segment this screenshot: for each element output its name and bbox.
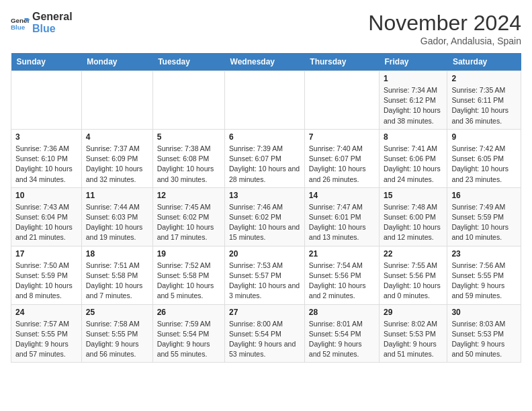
logo-general: General bbox=[32, 11, 73, 23]
day-info: Sunrise: 7:34 AM Sunset: 6:12 PM Dayligh… bbox=[384, 85, 443, 126]
calendar-week-row: 10Sunrise: 7:43 AM Sunset: 6:04 PM Dayli… bbox=[11, 187, 521, 246]
calendar-cell: 30Sunrise: 8:03 AM Sunset: 5:53 PM Dayli… bbox=[447, 304, 521, 363]
day-number: 15 bbox=[384, 191, 443, 200]
day-number: 18 bbox=[86, 249, 148, 259]
day-info: Sunrise: 7:45 AM Sunset: 6:02 PM Dayligh… bbox=[157, 202, 220, 243]
calendar-cell: 8Sunrise: 7:41 AM Sunset: 6:06 PM Daylig… bbox=[380, 129, 447, 187]
day-info: Sunrise: 7:43 AM Sunset: 6:04 PM Dayligh… bbox=[15, 202, 77, 243]
location-title: Gador, Andalusia, Spain bbox=[368, 36, 521, 46]
calendar-cell bbox=[11, 71, 82, 130]
day-number: 23 bbox=[451, 249, 517, 259]
day-info: Sunrise: 7:42 AM Sunset: 6:05 PM Dayligh… bbox=[451, 144, 517, 185]
calendar-cell: 4Sunrise: 7:37 AM Sunset: 6:09 PM Daylig… bbox=[81, 129, 152, 187]
logo-icon: General Blue bbox=[11, 13, 30, 32]
calendar-cell: 7Sunrise: 7:40 AM Sunset: 6:07 PM Daylig… bbox=[304, 129, 379, 187]
calendar-cell: 1Sunrise: 7:34 AM Sunset: 6:12 PM Daylig… bbox=[380, 71, 447, 130]
day-info: Sunrise: 7:46 AM Sunset: 6:02 PM Dayligh… bbox=[229, 202, 300, 243]
day-number: 6 bbox=[229, 132, 300, 142]
day-number: 28 bbox=[309, 308, 375, 317]
day-number: 4 bbox=[86, 132, 148, 142]
calendar-cell bbox=[152, 71, 224, 130]
day-info: Sunrise: 7:35 AM Sunset: 6:11 PM Dayligh… bbox=[451, 85, 517, 126]
day-info: Sunrise: 7:39 AM Sunset: 6:07 PM Dayligh… bbox=[229, 144, 300, 185]
calendar-cell: 9Sunrise: 7:42 AM Sunset: 6:05 PM Daylig… bbox=[447, 129, 521, 187]
calendar-cell: 3Sunrise: 7:36 AM Sunset: 6:10 PM Daylig… bbox=[11, 129, 82, 187]
day-number: 17 bbox=[15, 249, 77, 259]
weekday-header: Thursday bbox=[304, 53, 379, 71]
weekday-header: Tuesday bbox=[152, 53, 224, 71]
calendar-cell: 25Sunrise: 7:58 AM Sunset: 5:55 PM Dayli… bbox=[81, 304, 152, 363]
day-number: 30 bbox=[451, 308, 517, 317]
calendar-table: SundayMondayTuesdayWednesdayThursdayFrid… bbox=[11, 53, 521, 363]
calendar-cell: 24Sunrise: 7:57 AM Sunset: 5:55 PM Dayli… bbox=[11, 304, 82, 363]
calendar-cell bbox=[304, 71, 379, 130]
day-number: 11 bbox=[86, 191, 148, 200]
calendar-week-row: 17Sunrise: 7:50 AM Sunset: 5:59 PM Dayli… bbox=[11, 246, 521, 304]
day-info: Sunrise: 7:56 AM Sunset: 5:55 PM Dayligh… bbox=[451, 261, 517, 302]
day-info: Sunrise: 7:44 AM Sunset: 6:03 PM Dayligh… bbox=[86, 202, 148, 243]
day-number: 5 bbox=[157, 132, 220, 142]
weekday-header: Friday bbox=[380, 53, 447, 71]
calendar-cell: 29Sunrise: 8:02 AM Sunset: 5:53 PM Dayli… bbox=[380, 304, 447, 363]
day-info: Sunrise: 7:38 AM Sunset: 6:08 PM Dayligh… bbox=[157, 144, 220, 185]
day-number: 22 bbox=[384, 249, 443, 259]
logo-blue: Blue bbox=[32, 23, 73, 35]
weekday-header: Saturday bbox=[447, 53, 521, 71]
calendar-week-row: 3Sunrise: 7:36 AM Sunset: 6:10 PM Daylig… bbox=[11, 129, 521, 187]
day-info: Sunrise: 8:01 AM Sunset: 5:54 PM Dayligh… bbox=[309, 319, 375, 360]
page-header: General Blue General Blue November 2024 … bbox=[11, 11, 521, 46]
calendar-cell: 10Sunrise: 7:43 AM Sunset: 6:04 PM Dayli… bbox=[11, 187, 82, 246]
calendar-week-row: 1Sunrise: 7:34 AM Sunset: 6:12 PM Daylig… bbox=[11, 71, 521, 130]
calendar-cell: 21Sunrise: 7:54 AM Sunset: 5:56 PM Dayli… bbox=[304, 246, 379, 304]
calendar-cell: 5Sunrise: 7:38 AM Sunset: 6:08 PM Daylig… bbox=[152, 129, 224, 187]
day-number: 20 bbox=[229, 249, 300, 259]
calendar-cell: 17Sunrise: 7:50 AM Sunset: 5:59 PM Dayli… bbox=[11, 246, 82, 304]
day-number: 27 bbox=[229, 308, 300, 317]
day-info: Sunrise: 7:36 AM Sunset: 6:10 PM Dayligh… bbox=[15, 144, 77, 185]
month-title: November 2024 bbox=[368, 11, 521, 36]
day-number: 21 bbox=[309, 249, 375, 259]
day-info: Sunrise: 7:47 AM Sunset: 6:01 PM Dayligh… bbox=[309, 202, 375, 243]
day-number: 2 bbox=[451, 74, 517, 83]
day-number: 24 bbox=[15, 308, 77, 317]
day-info: Sunrise: 7:41 AM Sunset: 6:06 PM Dayligh… bbox=[384, 144, 443, 185]
day-info: Sunrise: 8:02 AM Sunset: 5:53 PM Dayligh… bbox=[384, 319, 443, 360]
day-info: Sunrise: 8:03 AM Sunset: 5:53 PM Dayligh… bbox=[451, 319, 517, 360]
day-number: 12 bbox=[157, 191, 220, 200]
day-number: 9 bbox=[451, 132, 517, 142]
day-info: Sunrise: 7:52 AM Sunset: 5:58 PM Dayligh… bbox=[157, 261, 220, 302]
calendar-cell: 12Sunrise: 7:45 AM Sunset: 6:02 PM Dayli… bbox=[152, 187, 224, 246]
calendar-cell: 20Sunrise: 7:53 AM Sunset: 5:57 PM Dayli… bbox=[225, 246, 305, 304]
day-number: 25 bbox=[86, 308, 148, 317]
day-number: 1 bbox=[384, 74, 443, 83]
day-info: Sunrise: 7:55 AM Sunset: 5:56 PM Dayligh… bbox=[384, 261, 443, 302]
day-info: Sunrise: 7:37 AM Sunset: 6:09 PM Dayligh… bbox=[86, 144, 148, 185]
calendar-cell: 2Sunrise: 7:35 AM Sunset: 6:11 PM Daylig… bbox=[447, 71, 521, 130]
day-number: 13 bbox=[229, 191, 300, 200]
calendar-cell bbox=[81, 71, 152, 130]
day-info: Sunrise: 7:54 AM Sunset: 5:56 PM Dayligh… bbox=[309, 261, 375, 302]
day-info: Sunrise: 7:50 AM Sunset: 5:59 PM Dayligh… bbox=[15, 261, 77, 302]
calendar-week-row: 24Sunrise: 7:57 AM Sunset: 5:55 PM Dayli… bbox=[11, 304, 521, 363]
day-number: 10 bbox=[15, 191, 77, 200]
logo: General Blue General Blue bbox=[11, 11, 73, 34]
calendar-cell: 13Sunrise: 7:46 AM Sunset: 6:02 PM Dayli… bbox=[225, 187, 305, 246]
day-info: Sunrise: 7:58 AM Sunset: 5:55 PM Dayligh… bbox=[86, 319, 148, 360]
day-info: Sunrise: 8:00 AM Sunset: 5:54 PM Dayligh… bbox=[229, 319, 300, 360]
weekday-header: Wednesday bbox=[225, 53, 305, 71]
day-info: Sunrise: 7:59 AM Sunset: 5:54 PM Dayligh… bbox=[157, 319, 220, 360]
calendar-cell bbox=[225, 71, 305, 130]
title-block: November 2024 Gador, Andalusia, Spain bbox=[368, 11, 521, 46]
day-number: 26 bbox=[157, 308, 220, 317]
day-info: Sunrise: 7:53 AM Sunset: 5:57 PM Dayligh… bbox=[229, 261, 300, 302]
day-number: 3 bbox=[15, 132, 77, 142]
day-info: Sunrise: 7:57 AM Sunset: 5:55 PM Dayligh… bbox=[15, 319, 77, 360]
day-number: 29 bbox=[384, 308, 443, 317]
day-number: 16 bbox=[451, 191, 517, 200]
weekday-header: Monday bbox=[81, 53, 152, 71]
calendar-cell: 26Sunrise: 7:59 AM Sunset: 5:54 PM Dayli… bbox=[152, 304, 224, 363]
calendar-cell: 6Sunrise: 7:39 AM Sunset: 6:07 PM Daylig… bbox=[225, 129, 305, 187]
calendar-cell: 22Sunrise: 7:55 AM Sunset: 5:56 PM Dayli… bbox=[380, 246, 447, 304]
day-info: Sunrise: 7:40 AM Sunset: 6:07 PM Dayligh… bbox=[309, 144, 375, 185]
calendar-cell: 28Sunrise: 8:01 AM Sunset: 5:54 PM Dayli… bbox=[304, 304, 379, 363]
